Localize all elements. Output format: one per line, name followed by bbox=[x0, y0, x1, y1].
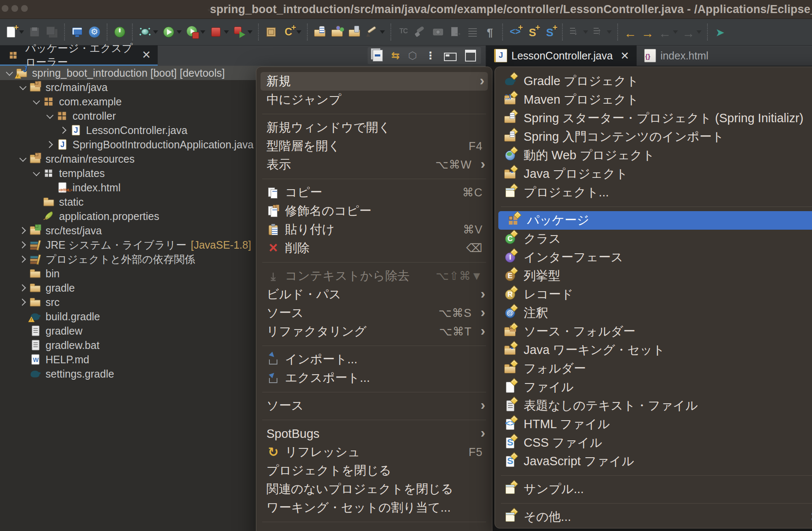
close-icon[interactable]: ✕ bbox=[620, 50, 629, 62]
submenu-item-file[interactable]: ファイル bbox=[495, 378, 812, 397]
dropdown-arrow-icon[interactable] bbox=[696, 30, 702, 34]
submenu-item-package[interactable]: パッケージ bbox=[498, 211, 812, 230]
submenu-item-html-file[interactable]: <>HTML ファイル bbox=[495, 415, 812, 434]
show-whitespace-button[interactable]: ¶ bbox=[483, 25, 497, 39]
submenu-item-gradle-project[interactable]: Gradle プロジェクト bbox=[495, 72, 812, 91]
chevron-right-icon[interactable] bbox=[19, 256, 26, 263]
new-css-button[interactable]: S+ bbox=[543, 25, 557, 39]
submenu-item-record[interactable]: Rレコード bbox=[495, 285, 812, 304]
new-java-project-button[interactable] bbox=[264, 25, 278, 39]
menu-item-open-type-hierarchy[interactable]: 型階層を開くF4 bbox=[256, 137, 492, 156]
menu-item-source[interactable]: ソース⌥⌘S› bbox=[256, 304, 492, 322]
focus-on-task-icon[interactable]: ⬡ bbox=[408, 51, 417, 61]
new-spring-file-button[interactable]: S+ bbox=[526, 25, 539, 39]
terminate-relaunch-button[interactable] bbox=[233, 25, 253, 39]
menu-item-build-path[interactable]: ビルド・パス› bbox=[256, 285, 492, 304]
menu-item-close-project[interactable]: プロジェクトを閉じる bbox=[256, 461, 492, 480]
stop-button[interactable] bbox=[209, 25, 229, 39]
submenu-item-javascript-file[interactable]: ŚJavaScript ファイル bbox=[495, 452, 812, 471]
back-button[interactable]: ← bbox=[624, 25, 637, 39]
new-wizard-button[interactable]: + bbox=[4, 25, 24, 39]
dropdown-arrow-icon[interactable] bbox=[200, 30, 205, 34]
forward-button[interactable]: → bbox=[641, 25, 654, 39]
submenu-item-dynamic-web-project[interactable]: 動的 Web プロジェクト bbox=[495, 146, 812, 165]
chevron-down-icon[interactable] bbox=[19, 155, 27, 162]
menu-item-refresh[interactable]: ↻リフレッシュF5 bbox=[256, 443, 492, 461]
menu-item-export[interactable]: エクスポート... bbox=[256, 369, 492, 387]
chevron-down-icon[interactable] bbox=[46, 112, 54, 119]
menu-item-copy-qualified-name[interactable]: 修飾名のコピー bbox=[256, 202, 492, 220]
submenu-item-css-file[interactable]: SCSS ファイル bbox=[495, 434, 812, 452]
dropdown-arrow-icon[interactable] bbox=[380, 30, 385, 34]
zoom-window-icon[interactable] bbox=[21, 5, 28, 12]
submenu-item-folder[interactable]: フォルダー bbox=[495, 359, 812, 378]
maximize-view-icon[interactable] bbox=[465, 50, 476, 62]
chevron-down-icon[interactable] bbox=[19, 83, 27, 90]
window-controls[interactable] bbox=[2, 5, 28, 12]
boot-start-button[interactable] bbox=[113, 25, 126, 39]
view-menu-icon[interactable]: ⋮ bbox=[425, 51, 436, 61]
menu-item-import[interactable]: インポート... bbox=[256, 350, 492, 369]
menu-item-refactor[interactable]: リファクタリング⌥⌘T› bbox=[256, 322, 492, 341]
submenu-item-source-folder[interactable]: ソース・フォルダー bbox=[495, 322, 812, 341]
menu-item-open-in-new-window[interactable]: 新規ウィンドウで開く bbox=[256, 118, 492, 137]
submenu-item-untitled-text-file[interactable]: 表題なしのテキスト・ファイル bbox=[495, 397, 812, 415]
submenu-item-java-working-set[interactable]: JJava ワーキング・セット bbox=[495, 341, 812, 359]
menu-item-go-into[interactable]: 中にジャンプ bbox=[256, 91, 492, 109]
tab-index-html[interactable]: index.html bbox=[637, 46, 716, 66]
chevron-right-icon[interactable] bbox=[19, 241, 26, 249]
submenu-item-java-project[interactable]: JJava プロジェクト bbox=[495, 165, 812, 183]
dropdown-arrow-icon[interactable] bbox=[19, 30, 24, 34]
open-snippets-button[interactable] bbox=[348, 25, 361, 39]
dropdown-arrow-icon[interactable] bbox=[673, 30, 678, 34]
run-button[interactable] bbox=[162, 25, 182, 39]
chevron-right-icon[interactable] bbox=[59, 127, 67, 134]
chevron-right-icon[interactable] bbox=[19, 227, 26, 234]
submenu-item-maven-project[interactable]: MMaven プロジェクト bbox=[495, 91, 812, 109]
submenu-item-interface[interactable]: Iインターフェース bbox=[495, 248, 812, 267]
run-external-button[interactable] bbox=[186, 25, 205, 39]
open-resource-button[interactable] bbox=[313, 25, 327, 39]
menu-item-show-in[interactable]: 表示⌥⌘W› bbox=[256, 156, 492, 174]
highlighter-pen-button[interactable] bbox=[365, 25, 385, 39]
open-perspective-button[interactable] bbox=[331, 25, 344, 39]
submenu-item-spring-starter-project[interactable]: Spring スターター・プロジェクト (Spring Initializr) bbox=[495, 109, 812, 128]
debug-button[interactable] bbox=[138, 25, 158, 39]
new-class-button[interactable]: C+ bbox=[282, 25, 301, 39]
dropdown-arrow-icon[interactable] bbox=[296, 30, 301, 34]
close-icon[interactable]: ✕ bbox=[142, 48, 151, 62]
open-console-button[interactable] bbox=[70, 25, 84, 39]
dropdown-arrow-icon[interactable] bbox=[607, 30, 612, 34]
chevron-right-icon[interactable] bbox=[19, 299, 26, 306]
close-window-icon[interactable] bbox=[2, 5, 8, 12]
collapse-all-icon[interactable] bbox=[373, 50, 383, 62]
chevron-right-icon[interactable] bbox=[19, 284, 26, 292]
menu-item-copy[interactable]: コピー⌘C bbox=[256, 183, 492, 202]
new-xml-button[interactable]: <>+ bbox=[508, 25, 522, 39]
chevron-right-icon[interactable] bbox=[46, 141, 53, 148]
minimize-window-icon[interactable] bbox=[11, 5, 18, 12]
submenu-item-enum[interactable]: E列挙型 bbox=[495, 267, 812, 285]
menu-item-paste[interactable]: 貼り付け⌘V bbox=[256, 220, 492, 239]
dropdown-arrow-icon[interactable] bbox=[177, 30, 182, 34]
menu-item-assign-working-sets[interactable]: ワーキング・セットの割り当て... bbox=[256, 499, 492, 517]
dropdown-arrow-icon[interactable] bbox=[247, 30, 253, 34]
chevron-down-icon[interactable] bbox=[33, 97, 40, 105]
menu-item-delete[interactable]: ×削除⌫ bbox=[256, 239, 492, 257]
menu-item-close-unrelated-projects[interactable]: 関連のないプロジェクトを閉じる bbox=[256, 480, 492, 499]
submenu-item-example[interactable]: サンプル... bbox=[495, 480, 812, 499]
tab-package-explorer[interactable]: パッケージ・エクスプローラー ✕ bbox=[0, 46, 158, 66]
tab-lessoncontroller-java[interactable]: LessonController.java✕ bbox=[487, 46, 637, 66]
dropdown-arrow-icon[interactable] bbox=[153, 30, 158, 34]
submenu-item-annotation[interactable]: @注釈 bbox=[495, 304, 812, 322]
submenu-item-other[interactable]: その他...⌘ bbox=[495, 508, 812, 526]
minimize-view-icon[interactable] bbox=[444, 53, 457, 61]
submenu-item-spring-getting-started[interactable]: Spring 入門コンテンツのインポート bbox=[495, 128, 812, 146]
dropdown-arrow-icon[interactable] bbox=[583, 30, 588, 34]
menu-item-source-2[interactable]: ソース› bbox=[256, 397, 492, 415]
link-with-editor-button[interactable]: ➤ bbox=[713, 25, 727, 39]
chevron-down-icon[interactable] bbox=[33, 169, 40, 176]
menu-item-spotbugs[interactable]: SpotBugs› bbox=[256, 424, 492, 443]
submenu-item-project[interactable]: プロジェクト... bbox=[495, 183, 812, 202]
preferences-gear-button[interactable]: ⚙ bbox=[88, 25, 101, 39]
